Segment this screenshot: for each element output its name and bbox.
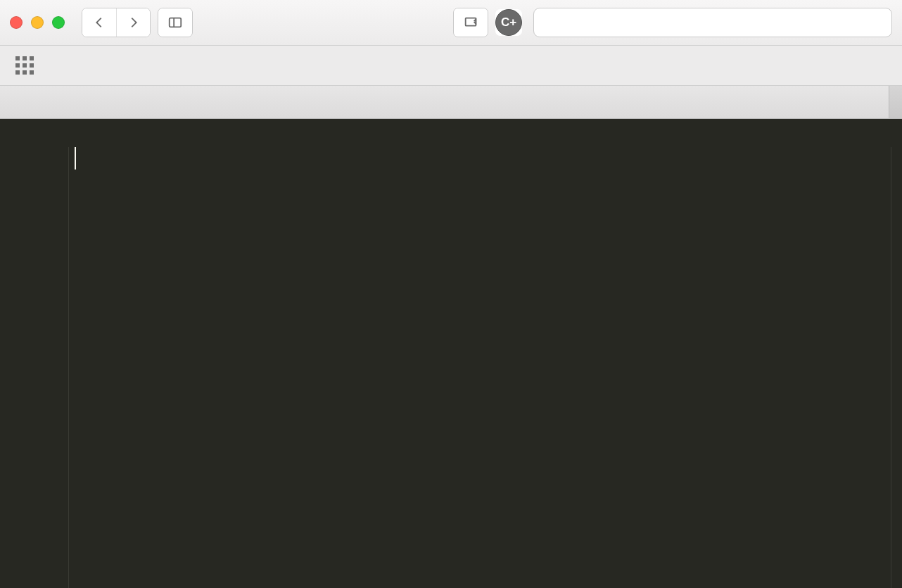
forward-button[interactable] [116, 8, 150, 37]
browser-toolbar: C+ [0, 0, 902, 46]
text-cursor [75, 147, 76, 170]
editor-area [0, 119, 902, 588]
reader-button[interactable] [454, 8, 488, 37]
code-editor[interactable] [0, 147, 902, 588]
nav-buttons [82, 8, 151, 37]
extension-group: C+ [495, 9, 522, 36]
zoom-window-button[interactable] [52, 16, 65, 29]
sidebar-toggle-button[interactable] [158, 8, 192, 37]
address-bar[interactable] [533, 8, 892, 37]
chevron-right-icon [126, 15, 141, 30]
reader-group [453, 8, 488, 37]
svg-rect-0 [170, 18, 182, 27]
tab-bar [0, 86, 902, 119]
extension-button[interactable]: C+ [495, 9, 522, 36]
window-controls [10, 16, 65, 29]
sidebar-toggle-group [158, 8, 193, 37]
bookmarks-bar [0, 46, 902, 86]
back-button[interactable] [82, 8, 116, 37]
code-content[interactable] [69, 147, 902, 588]
reader-icon [463, 15, 478, 30]
sidebar-icon [167, 15, 183, 30]
apps-grid-icon[interactable] [15, 56, 34, 75]
extension-icon: C+ [501, 15, 516, 30]
chevron-left-icon [91, 15, 107, 30]
line-gutter [0, 147, 69, 588]
minimize-window-button[interactable] [31, 16, 44, 29]
right-side-panel[interactable] [891, 147, 902, 588]
page-heading [0, 119, 902, 147]
close-window-button[interactable] [10, 16, 23, 29]
